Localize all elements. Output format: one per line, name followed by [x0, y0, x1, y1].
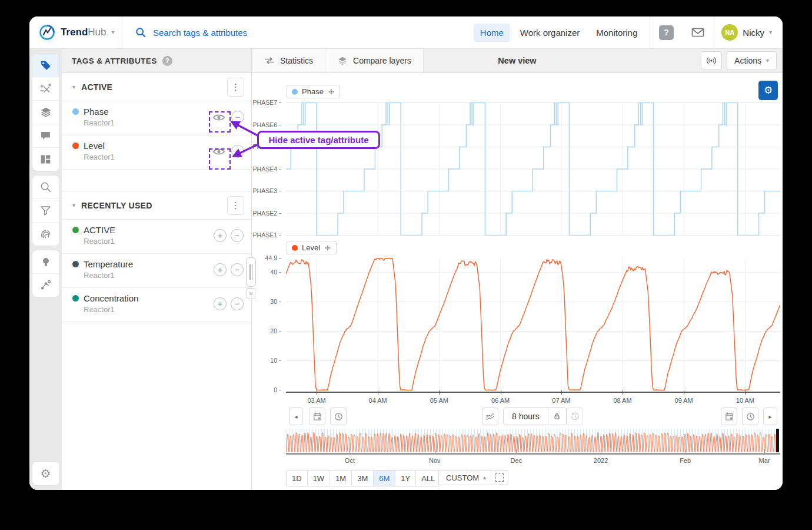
remove-tag-button[interactable]: − — [231, 229, 244, 242]
tag-row-level[interactable]: Level Reactor1 − — [62, 135, 251, 170]
context-graph-icon — [39, 279, 52, 292]
sidebar-group-insights — [32, 250, 59, 297]
messages-button[interactable] — [682, 16, 714, 48]
start-date-button[interactable] — [309, 408, 325, 425]
custom-range-button[interactable]: CUSTOM▴ — [439, 473, 491, 482]
user-menu[interactable]: NA Nicky ▾ — [714, 24, 783, 41]
duration-button[interactable]: 8 hours — [504, 412, 548, 421]
remove-tag-button[interactable]: − — [231, 111, 244, 124]
tag-row-phase[interactable]: Phase Reactor1 − — [62, 101, 251, 135]
section-title: RECENTLY USED — [81, 201, 227, 210]
broadcast-button[interactable] — [701, 51, 722, 70]
section-menu-button[interactable]: ⋮ — [227, 78, 244, 97]
section-active-header[interactable]: ▾ ACTIVE ⋮ — [62, 73, 251, 101]
overview-range-handle[interactable] — [776, 429, 779, 452]
sidebar-item-dashboard[interactable] — [32, 148, 59, 171]
search-icon — [39, 181, 52, 193]
scale-tags-button[interactable] — [482, 408, 498, 425]
pan-left-button[interactable]: ◂ — [289, 408, 303, 425]
section-menu-button[interactable]: ⋮ — [227, 196, 244, 215]
help-button[interactable]: ? — [650, 16, 682, 48]
lock-duration-button[interactable] — [548, 408, 566, 425]
section-recently-used-header[interactable]: ▾ RECENTLY USED ⋮ — [62, 191, 251, 220]
pan-right-button[interactable]: ▸ — [763, 408, 777, 425]
tag-name: ACTIVE — [84, 225, 115, 235]
level-chart[interactable] — [286, 258, 780, 390]
add-tag-button[interactable]: + — [214, 229, 227, 242]
range-3m[interactable]: 3M — [352, 471, 374, 486]
remove-tag-button[interactable]: − — [231, 297, 244, 310]
search-input[interactable] — [152, 27, 401, 38]
range-6m[interactable]: 6M — [374, 471, 395, 486]
tag-name: Level — [84, 141, 105, 151]
sidebar-item-calculations[interactable] — [32, 77, 59, 101]
tag-color-dot — [72, 227, 79, 233]
nav-monitoring[interactable]: Monitoring — [590, 24, 644, 42]
range-1d[interactable]: 1D — [287, 471, 308, 486]
tag-name: Concentration — [84, 293, 138, 303]
duration-group: 8 hours — [503, 408, 567, 425]
level-legend-label: Level — [302, 243, 320, 252]
end-time-button[interactable] — [742, 408, 758, 425]
range-1w[interactable]: 1W — [308, 471, 331, 486]
broadcast-icon — [705, 56, 717, 65]
x-axis-line — [286, 392, 780, 393]
overview-strip[interactable] — [286, 429, 779, 452]
add-tag-button[interactable]: + — [214, 263, 227, 276]
sidebar-item-fingerprint[interactable] — [32, 223, 59, 246]
add-tag-button[interactable]: + — [214, 297, 227, 310]
tag-color-dot — [72, 108, 79, 115]
tag-row-concentration[interactable]: Concentration Reactor1 + − — [62, 288, 251, 322]
sidebar-item-tags[interactable] — [32, 54, 59, 77]
sidebar-item-filter[interactable] — [32, 199, 59, 223]
overview-chart — [286, 429, 779, 452]
section-title: ACTIVE — [81, 82, 227, 92]
statistics-tab[interactable]: Statistics — [252, 49, 325, 72]
nav-work-organizer[interactable]: Work organizer — [514, 24, 586, 42]
hide-tag-button[interactable] — [212, 111, 226, 124]
sidebar-item-recommendations[interactable] — [32, 250, 59, 274]
sidebar-group-search — [32, 175, 59, 246]
sidebar-settings-button[interactable]: ⚙ — [32, 462, 59, 485]
sidebar-item-comments[interactable] — [32, 124, 59, 148]
start-time-button[interactable] — [330, 408, 347, 425]
nav-home[interactable]: Home — [474, 24, 510, 42]
custom-range-picker-button[interactable] — [491, 471, 508, 485]
app-window: TrendHub ▾ Home Work organizer Monitorin… — [29, 16, 783, 490]
range-1y[interactable]: 1Y — [395, 471, 416, 486]
sidebar-item-context[interactable] — [32, 274, 59, 297]
remove-tag-button[interactable]: − — [231, 145, 244, 158]
actions-button[interactable]: Actions ▾ — [727, 51, 777, 70]
chevron-down-icon: ▾ — [72, 202, 75, 208]
charts-canvas: ⚙ Phase PHASE1PHASE2PHASE3PHASE4PHASE5PH… — [252, 73, 783, 490]
range-all[interactable]: ALL — [416, 471, 440, 486]
level-legend-chip[interactable]: Level — [287, 241, 337, 254]
dashboard-icon — [39, 153, 52, 165]
chevron-down-icon: ▾ — [72, 84, 75, 90]
panel-help-icon[interactable]: ? — [162, 56, 172, 66]
remove-tag-button[interactable]: − — [231, 263, 244, 276]
mail-icon — [691, 26, 705, 38]
phase-legend-chip[interactable]: Phase — [287, 85, 340, 98]
compare-layers-tab[interactable]: Compare layers — [325, 49, 424, 72]
tag-row-temperature[interactable]: Temperature Reactor1 + − — [62, 254, 251, 288]
statistics-icon — [264, 57, 275, 65]
end-date-button[interactable] — [721, 408, 737, 425]
logo-chevron-down-icon[interactable]: ▾ — [111, 29, 114, 35]
filter-icon — [39, 204, 52, 217]
gear-icon: ⚙ — [764, 84, 773, 97]
statistics-label: Statistics — [280, 56, 313, 65]
hide-tag-button[interactable] — [212, 145, 226, 158]
panel-resize-handle[interactable] — [246, 257, 256, 287]
tag-row-active[interactable]: ACTIVE Reactor1 + − — [62, 220, 251, 254]
global-search — [122, 27, 474, 38]
revert-time-button[interactable] — [567, 408, 583, 425]
sidebar-item-search[interactable] — [32, 175, 59, 199]
panel-collapse-button[interactable]: ✕ — [247, 288, 255, 299]
range-1m[interactable]: 1M — [330, 471, 352, 486]
custom-range-group: CUSTOM▴ — [438, 470, 508, 485]
trend-scale-icon — [485, 412, 495, 422]
chart-settings-button[interactable]: ⚙ — [758, 81, 778, 100]
sidebar-item-layers[interactable] — [32, 101, 59, 124]
phase-chart[interactable] — [286, 102, 780, 236]
